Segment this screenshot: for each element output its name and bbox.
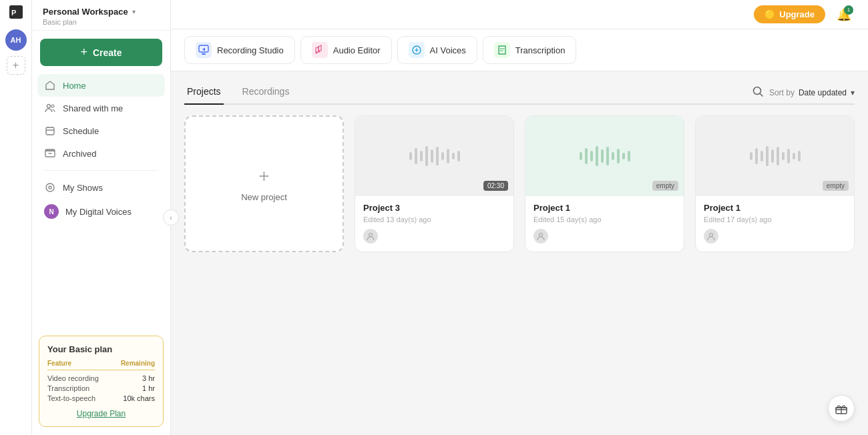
sidebar-item-myshows-label: My Shows [63,183,103,193]
svg-point-35 [539,234,543,237]
transcription-icon [494,42,510,58]
svg-rect-33 [622,153,625,159]
svg-point-11 [318,51,320,53]
svg-rect-34 [628,151,630,161]
svg-rect-36 [750,152,752,160]
svg-point-13 [753,87,761,95]
sidebar-item-archived[interactable]: Archived [37,142,165,165]
card-date-p3: Edited 13 day(s) ago [363,215,505,224]
create-label: Create [93,47,122,58]
notification-badge: 1 [844,5,853,15]
create-button[interactable]: + Create [40,39,162,66]
project-card-p3[interactable]: 02:30 Project 3 Edited 13 day(s) ago [355,115,514,252]
svg-text:P: P [11,9,16,17]
project-card-p1a[interactable]: empty Project 1 Edited 15 day(s) ago [525,115,684,252]
svg-point-2 [47,105,51,108]
plan-header-remaining: Remaining [121,360,155,367]
recording-studio-icon [196,42,212,58]
card-title-p3: Project 3 [363,203,505,213]
svg-rect-26 [585,148,588,164]
sort-chevron-icon[interactable]: ▾ [851,88,855,97]
ai-voices-icon [409,42,425,58]
waveform-icon [578,143,632,169]
main-sidebar: Personal Workspace ▾ Basic plan + Create… [32,0,171,435]
chevron-down-icon: ▾ [132,8,136,15]
toolbar: Recording Studio Audio Editor AI Voice [171,29,868,71]
svg-rect-17 [425,146,428,166]
sidebar-item-schedule-label: Schedule [63,126,99,136]
sidebar-item-schedule[interactable]: Schedule [37,119,165,142]
tab-recordings[interactable]: Recordings [240,82,292,105]
svg-point-10 [315,52,317,54]
card-avatar-p1a [533,229,548,244]
upgrade-plan-link[interactable]: Upgrade Plan [47,409,155,418]
svg-rect-23 [457,151,460,161]
sidebar-collapse-button[interactable]: ‹ [163,209,179,226]
plan-row-tts: Text-to-speech 10k chars [47,394,155,402]
tool-ai-label: AI Voices [430,45,466,55]
svg-rect-31 [612,152,614,160]
search-button[interactable] [752,85,764,100]
user-avatar[interactable]: AH [5,29,27,51]
sort-value[interactable]: Date updated [799,88,847,97]
digital-voices-avatar: N [44,204,59,219]
svg-rect-42 [782,152,785,160]
plan-row-video: Video recording 3 hr [47,374,155,382]
help-gift-button[interactable] [828,395,855,422]
svg-rect-38 [761,151,763,161]
plan-feature-tts: Text-to-speech [47,394,95,402]
nav-divider [44,170,158,171]
tool-transcription[interactable]: Transcription [483,36,577,64]
svg-point-3 [51,105,54,107]
app-logo: P [9,5,23,19]
sidebar-item-digitalvoices[interactable]: N My Digital Voices [37,199,165,224]
tool-recording-studio[interactable]: Recording Studio [184,36,295,64]
tool-audio-editor[interactable]: Audio Editor [300,36,392,64]
sidebar-item-shared[interactable]: Shared with me [37,97,165,119]
svg-point-46 [710,234,713,237]
plan-remaining-tts: 10k chars [123,394,155,402]
schedule-icon [44,125,56,137]
waveform-icon [408,143,461,169]
tabs-row: Projects Recordings Sort by Date updated… [184,71,855,105]
tab-projects[interactable]: Projects [184,82,224,105]
notification-button[interactable]: 🔔 1 [833,4,855,25]
svg-point-7 [49,186,51,189]
workspace-selector[interactable]: Personal Workspace ▾ [43,7,160,17]
new-project-card[interactable]: + New project [184,115,344,252]
svg-rect-40 [771,149,774,163]
add-workspace-button[interactable]: + [7,56,25,75]
plan-table: Feature Remaining Video recording 3 hr T… [47,360,155,402]
plan-box-title: Your Basic plan [47,344,155,354]
tool-audio-label: Audio Editor [333,45,381,55]
card-badge-p1b: empty [823,181,849,191]
svg-rect-29 [601,149,604,163]
sidebar-item-home-label: Home [63,81,86,91]
sidebar-item-myshows[interactable]: My Shows [37,176,165,199]
svg-rect-32 [617,149,620,163]
svg-rect-27 [590,151,593,161]
card-badge-p1a: empty [652,181,678,191]
plan-row-transcription: Transcription 1 hr [47,384,155,392]
plan-label: Basic plan [43,17,160,26]
tool-ai-voices[interactable]: AI Voices [397,36,477,64]
svg-rect-25 [580,152,582,160]
svg-rect-45 [798,151,801,161]
plan-header-feature: Feature [47,360,71,367]
sidebar-item-shared-label: Shared with me [63,103,123,113]
svg-rect-21 [447,149,449,163]
svg-rect-15 [415,148,417,164]
upgrade-label: Upgrade [779,9,815,19]
svg-point-24 [369,234,373,237]
project-card-p1b[interactable]: empty Project 1 Edited 17 day(s) ago [695,115,855,252]
svg-rect-22 [452,153,455,159]
svg-rect-39 [766,146,769,166]
upgrade-button[interactable]: 🟡 Upgrade [754,5,825,23]
new-project-label: New project [241,192,287,202]
content-area: Projects Recordings Sort by Date updated… [171,71,868,435]
plan-remaining-video: 3 hr [142,374,155,382]
waveform-icon [748,143,802,169]
main-content: 🟡 Upgrade 🔔 1 Recording Studio [171,0,868,435]
new-project-plus-icon: + [258,165,269,187]
sidebar-item-home[interactable]: Home [37,74,165,97]
